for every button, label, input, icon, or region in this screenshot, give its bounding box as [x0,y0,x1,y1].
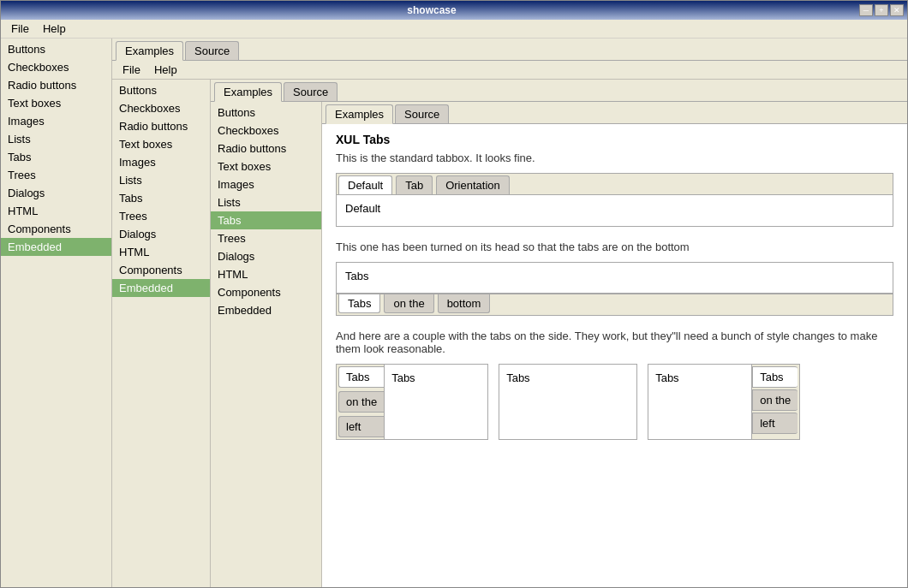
tabbox-side-middle-content: Tabs [499,365,636,439]
tabbox-side-right-tab-left[interactable]: left [752,413,797,434]
tabbox-side-left-tab-on-the[interactable]: on the [338,391,384,413]
tabbox-standard-content: Default [337,195,893,226]
tab-l1-examples[interactable]: Examples [116,41,183,61]
tabbox-side-left-tab-tabs[interactable]: Tabs [338,366,384,388]
tabbox-side-left: Tabs on the left Tabs [336,364,488,440]
sidebar-l1-buttons[interactable]: Buttons [1,40,111,58]
sidebar-l3-radio-buttons[interactable]: Radio buttons [211,140,321,157]
sidebar-l3-buttons[interactable]: Buttons [211,104,321,122]
title-bar: showcase ─ + ✕ [1,1,907,20]
tabbox-side-left-tabs: Tabs on the left [337,365,385,439]
sidebar-l2-text-boxes[interactable]: Text boxes [112,135,210,153]
inner-menubar-l1: File Help [112,61,907,80]
window-controls: ─ + ✕ [859,4,904,16]
sidebar-l2-lists[interactable]: Lists [112,171,210,189]
sidebar-l2-embedded[interactable]: Embedded [112,279,210,297]
inner-menu-file-l1[interactable]: File [116,62,147,78]
tabbox-side-right-tab-tabs[interactable]: Tabs [752,366,797,388]
sidebar-l1-images[interactable]: Images [1,112,111,130]
window: showcase ─ + ✕ File Help Buttons Checkbo… [0,0,908,588]
sidebar-l3-text-boxes[interactable]: Text boxes [211,157,321,175]
inner-panel-body-l1: Buttons Checkboxes Radio buttons Text bo… [112,80,907,587]
menubar: File Help [1,20,907,39]
sidebar-l2-images[interactable]: Images [112,153,210,171]
content-desc3: And here are a couple with the tabs on t… [336,330,893,355]
tab-l3-examples[interactable]: Examples [326,104,393,124]
sidebar-l3-checkboxes[interactable]: Checkboxes [211,122,321,140]
sidebar-l1-tabs[interactable]: Tabs [1,148,111,166]
tab-strip-l2: Examples Source [211,80,907,102]
tabbox-side-right-tabs: Tabs on the left [751,365,799,439]
sidebar-l2-trees[interactable]: Trees [112,207,210,225]
maximize-button[interactable]: + [875,4,888,16]
content-desc1: This is the standard tabbox. It looks fi… [336,151,893,164]
sidebar-l2-radio-buttons[interactable]: Radio buttons [112,117,210,135]
sidebar-l3-lists[interactable]: Lists [211,193,321,211]
tabbox-bottom-tab-bottom[interactable]: bottom [438,294,491,313]
tabbox-standard-tab-tab[interactable]: Tab [396,175,433,194]
tabbox-side-left-tab-left[interactable]: left [338,416,384,437]
sidebar-l2-tabs[interactable]: Tabs [112,189,210,207]
inner-menu-help-l1[interactable]: Help [147,62,184,78]
sidebar-l3-embedded[interactable]: Embedded [211,301,321,319]
tabbox-side-middle: Tabs [499,364,637,440]
tab-l2-examples[interactable]: Examples [214,82,282,102]
sidebar-l3-components[interactable]: Components [211,283,321,301]
side-tabs-container: Tabs on the left Tabs [336,364,893,440]
tab-l2-source[interactable]: Source [284,82,338,101]
sidebar-l3-images[interactable]: Images [211,175,321,193]
tabbox-bottom-tab-tabs[interactable]: Tabs [338,294,380,313]
tabbox-side-right-tab-on-the[interactable]: on the [752,389,797,411]
sidebar-l3-dialogs[interactable]: Dialogs [211,247,321,265]
minimize-button[interactable]: ─ [859,4,873,16]
tab-l3-source[interactable]: Source [395,104,449,123]
sidebar-l2-dialogs[interactable]: Dialogs [112,225,210,243]
tabbox-bottom: Tabs Tabs on the bottom [336,262,893,316]
sidebar-l3: Buttons Checkboxes Radio buttons Text bo… [211,102,322,587]
sidebar-l1-trees[interactable]: Trees [1,166,111,184]
tabbox-side-left-content: Tabs [385,365,487,439]
sidebar-l1-dialogs[interactable]: Dialogs [1,184,111,202]
panel-l3-body: Buttons Checkboxes Radio buttons Text bo… [211,102,907,587]
panel-l1: Examples Source File Help Buttons [112,39,907,587]
content-title: XUL Tabs [336,133,893,146]
sidebar-l3-trees[interactable]: Trees [211,229,321,247]
sidebar-l3-tabs[interactable]: Tabs [211,211,321,229]
menu-file[interactable]: File [4,21,36,37]
tabbox-standard-tabs: Default Tab Orientation [337,174,893,195]
tabbox-standard-tab-orientation[interactable]: Orientation [436,175,510,194]
sidebar-l3-html[interactable]: HTML [211,265,321,283]
panel-l1-content: File Help Buttons Checkboxes Radio butto… [112,61,907,587]
sidebar-l2-buttons[interactable]: Buttons [112,81,210,99]
sidebar-l2-checkboxes[interactable]: Checkboxes [112,99,210,117]
sidebar-l1-components[interactable]: Components [1,220,111,238]
tabbox-standard-tab-default[interactable]: Default [338,175,392,194]
close-button[interactable]: ✕ [890,4,904,16]
tabbox-bottom-tabs: Tabs on the bottom [337,294,893,315]
sidebar-l1-text-boxes[interactable]: Text boxes [1,94,111,112]
tab-strip-l1: Examples Source [112,39,907,61]
window-title: showcase [4,4,859,16]
tab-l1-source[interactable]: Source [185,41,239,60]
sidebar-l2-html[interactable]: HTML [112,243,210,261]
tab-strip-l3: Examples Source [322,102,907,124]
main-area: Buttons Checkboxes Radio buttons Text bo… [1,39,907,587]
sidebar-l1-html[interactable]: HTML [1,202,111,220]
sidebar-l2: Buttons Checkboxes Radio buttons Text bo… [112,80,211,587]
panel-l3: Examples Source Buttons Checkboxes Radio… [211,80,907,587]
inner-panel-l1: File Help Buttons Checkboxes Radio butto… [112,61,907,587]
content-area: Examples Source XUL Tabs This is the sta… [322,102,907,587]
tabbox-side-right: Tabs Tabs on the left [648,364,800,440]
content-desc2: This one has been turned on its head so … [336,241,893,253]
sidebar-l1-radio-buttons[interactable]: Radio buttons [1,76,111,94]
sidebar-l1-embedded[interactable]: Embedded [1,238,111,256]
menu-help[interactable]: Help [36,21,73,37]
tabbox-bottom-content: Tabs [337,263,893,294]
sidebar-l2-components[interactable]: Components [112,261,210,279]
sidebar-l1: Buttons Checkboxes Radio buttons Text bo… [1,39,112,587]
tabbox-side-right-content: Tabs [648,365,751,439]
sidebar-l1-lists[interactable]: Lists [1,130,111,148]
tabbox-standard: Default Tab Orientation Default [336,173,893,227]
sidebar-l1-checkboxes[interactable]: Checkboxes [1,58,111,76]
tabbox-bottom-tab-on-the[interactable]: on the [384,294,433,313]
